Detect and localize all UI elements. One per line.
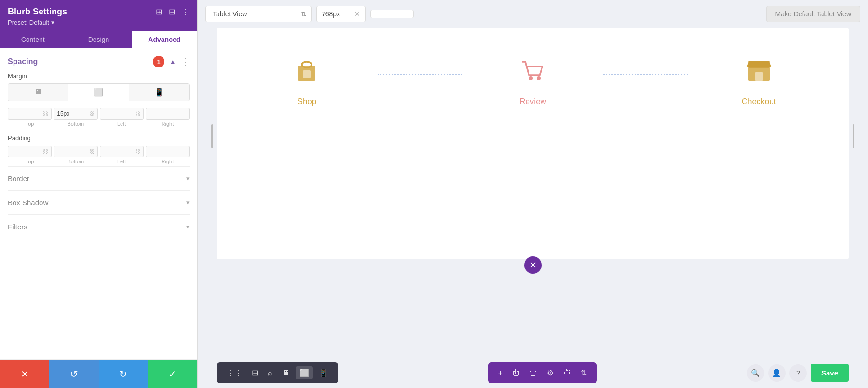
svg-rect-7: [748, 61, 770, 68]
px-clear-icon[interactable]: ✕: [354, 10, 360, 18]
padding-right-label: Right: [162, 159, 174, 164]
tab-advanced[interactable]: Advanced: [132, 31, 197, 48]
save-button[interactable]: Save: [811, 364, 849, 382]
left-drag-bar[interactable]: [211, 124, 213, 148]
spacing-content: Margin 🖥 ⬜ 📱 ⛓ Top: [0, 72, 197, 164]
margin-bottom-input[interactable]: [57, 110, 89, 117]
history-btn[interactable]: ⏱: [559, 367, 575, 379]
close-x-icon: ✕: [529, 260, 537, 270]
margin-top-link[interactable]: ⛓: [43, 111, 48, 117]
filters-chevron: ▾: [186, 223, 190, 230]
top-bar: Tablet View Desktop View Phone View ⇅ ✕ …: [198, 0, 868, 28]
settings-btn[interactable]: ⚙: [543, 366, 557, 379]
box-shadow-title: Box Shadow: [8, 199, 48, 207]
panel-tabs: Content Design Advanced: [0, 31, 197, 48]
margin-bottom-link[interactable]: ⛓: [89, 111, 95, 117]
dot-separator-1: [378, 74, 462, 75]
panel-title: Blurb Settings: [8, 7, 67, 17]
toolbar-tablet-btn[interactable]: ⬜: [296, 366, 313, 379]
toolbar-menu-btn[interactable]: ⋮⋮: [223, 366, 246, 379]
padding-top-label: Top: [26, 159, 34, 164]
px-input-wrap: ✕: [316, 6, 366, 22]
svg-point-3: [529, 76, 533, 80]
panel-body: Spacing 1 ▲ ⋮ Margin 🖥 ⬜ 📱 ⛓: [0, 48, 197, 359]
filters-header[interactable]: Filters ▾: [8, 223, 190, 231]
delete-btn[interactable]: 🗑: [526, 367, 541, 379]
account-tr-btn[interactable]: 👤: [768, 364, 786, 382]
cancel-icon: ✕: [21, 368, 29, 380]
toolbar-right: 🔍 👤 ? Save: [747, 364, 849, 382]
redo-icon: ↻: [119, 368, 127, 380]
padding-top-input[interactable]: [11, 148, 43, 155]
margin-left-label: Left: [117, 121, 126, 127]
spacing-badge: 1: [153, 56, 164, 67]
cart-icon: [518, 57, 547, 90]
device-mobile[interactable]: 📱: [129, 84, 189, 101]
spacing-title: Spacing: [8, 57, 38, 66]
canvas-close-button[interactable]: ✕: [524, 256, 542, 274]
tab-content[interactable]: Content: [0, 31, 66, 48]
undo-button[interactable]: ↺: [49, 360, 98, 388]
svg-rect-2: [303, 70, 311, 78]
view-select-wrap: Tablet View Desktop View Phone View ⇅: [205, 6, 312, 22]
section-header-right: 1 ▲ ⋮: [153, 56, 190, 67]
expand-icon[interactable]: ⊞: [156, 7, 162, 16]
px-extra: [370, 10, 414, 18]
padding-bottom-input[interactable]: [57, 148, 89, 155]
more-icon[interactable]: ⋮: [182, 7, 190, 16]
padding-inputs: ⛓ Top ⛓ Bottom ⛓ Left: [8, 146, 190, 164]
device-toggle: 🖥 ⬜ 📱: [8, 83, 190, 101]
padding-left-link[interactable]: ⛓: [135, 148, 140, 154]
help-tr-icon: ?: [796, 369, 800, 377]
panel-preset[interactable]: Preset: Default: [8, 19, 190, 26]
toolbar-search-btn[interactable]: ⌕: [264, 367, 276, 379]
px-input[interactable]: [322, 10, 351, 18]
device-tablet[interactable]: ⬜: [68, 84, 129, 101]
filters-section: Filters ▾: [8, 214, 190, 239]
right-drag-bar[interactable]: [853, 124, 854, 148]
view-select[interactable]: Tablet View Desktop View Phone View: [205, 6, 312, 22]
padding-left-input[interactable]: [103, 148, 135, 155]
search-tr-btn[interactable]: 🔍: [747, 364, 764, 382]
shop-icon: [293, 57, 320, 90]
help-tr-btn[interactable]: ?: [789, 364, 807, 382]
toolbar-desktop-btn[interactable]: 🖥: [278, 367, 294, 379]
border-header[interactable]: Border ▾: [8, 174, 190, 183]
blurb-row: Shop Review: [217, 28, 849, 116]
padding-top-link[interactable]: ⛓: [43, 148, 48, 154]
margin-right-input[interactable]: [149, 110, 186, 117]
spacing-collapse[interactable]: ▲: [169, 58, 176, 66]
toolbar-grid-btn[interactable]: ⊟: [248, 366, 262, 379]
spacing-more[interactable]: ⋮: [181, 56, 190, 67]
undo-icon: ↺: [70, 368, 78, 380]
cancel-button[interactable]: ✕: [0, 360, 49, 388]
device-desktop[interactable]: 🖥: [8, 84, 68, 101]
add-element-btn[interactable]: +: [494, 367, 506, 379]
padding-left-label: Left: [117, 159, 126, 164]
margin-top-input[interactable]: [11, 110, 43, 117]
margin-left-link[interactable]: ⛓: [135, 111, 140, 117]
padding-right-input[interactable]: [149, 148, 186, 155]
margin-left-input[interactable]: [103, 110, 135, 117]
padding-label: Padding: [8, 134, 190, 142]
save-checkmark-button[interactable]: ✓: [148, 360, 197, 388]
padding-bottom-link[interactable]: ⛓: [89, 148, 95, 154]
columns-icon[interactable]: ⊟: [169, 7, 175, 16]
box-shadow-header[interactable]: Box Shadow ▾: [8, 199, 190, 207]
save-icon: ✓: [168, 368, 176, 380]
redo-button[interactable]: ↻: [99, 360, 148, 388]
canvas-area: Shop Review: [198, 28, 868, 362]
left-panel: Blurb Settings ⊞ ⊟ ⋮ Preset: Default Con…: [0, 0, 198, 388]
tab-design[interactable]: Design: [66, 31, 131, 48]
panel-header: Blurb Settings ⊞ ⊟ ⋮ Preset: Default: [0, 0, 197, 31]
sort-btn[interactable]: ⇅: [577, 366, 591, 379]
power-btn[interactable]: ⏻: [508, 367, 524, 379]
toolbar-mobile-btn[interactable]: 📱: [315, 366, 332, 379]
right-area: Tablet View Desktop View Phone View ⇅ ✕ …: [198, 0, 868, 388]
margin-bottom-label: Bottom: [67, 121, 84, 127]
make-default-button[interactable]: Make Default Tablet View: [766, 6, 860, 22]
blurb-checkout: Checkout: [688, 57, 829, 107]
svg-point-4: [537, 76, 541, 80]
box-shadow-chevron: ▾: [186, 199, 190, 206]
margin-inputs: ⛓ Top ⛓ Bottom ⛓ Left: [8, 108, 190, 127]
